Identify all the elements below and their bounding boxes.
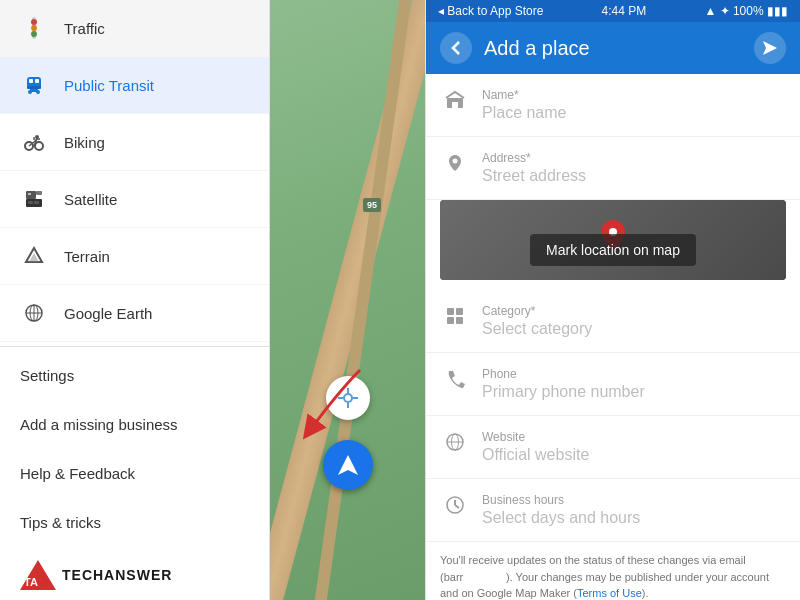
address-row: Address* Street address [426,137,800,200]
name-row: Name* Place name [426,74,800,137]
phone-field-container[interactable]: Phone Primary phone number [482,367,786,401]
svg-rect-44 [456,317,463,324]
svg-point-29 [344,394,352,402]
svg-text:TA: TA [24,576,38,588]
category-svg [445,306,465,326]
footer-text: You'll receive updates on the status of … [426,542,800,600]
svg-rect-19 [28,201,33,204]
name-field-container[interactable]: Name* Place name [482,88,786,122]
location-icon [336,386,360,410]
logo-text: TECHANSWER [62,567,172,583]
svg-point-12 [35,142,43,150]
website-icon [440,430,470,452]
menu-item-satellite[interactable]: Satellite [0,171,269,228]
settings-label: Settings [20,367,74,384]
website-row: Website Official website [426,416,800,479]
website-placeholder: Official website [482,446,786,464]
name-label: Name* [482,88,786,102]
techanswer-logo: TA TECHANSWER [20,560,172,590]
satellite-icon [20,185,48,213]
settings-item[interactable]: Settings [0,351,269,400]
transit-icon [20,71,48,99]
phone-svg [445,369,465,389]
category-label: Category* [482,304,786,318]
earth-icon [20,299,48,327]
left-menu-panel: Traffic Public Transit [0,0,270,600]
hours-label: Business hours [482,493,786,507]
traffic-icon [20,14,48,42]
map-sign: 95 [363,198,381,212]
send-button[interactable] [754,32,786,64]
mark-location-button[interactable]: Mark location on map [530,234,696,266]
category-icon [440,304,470,326]
svg-rect-20 [34,201,39,204]
hours-placeholder: Select days and hours [482,509,786,527]
back-to-appstore[interactable]: ◂ Back to App Store [438,4,543,18]
terrain-label: Terrain [64,248,110,265]
svg-rect-5 [29,79,33,83]
footer-message: You'll receive updates on the status of … [440,554,769,599]
map-preview[interactable]: Mark location on map [440,200,786,280]
terms-of-use-link[interactable]: Terms of Use [577,587,642,599]
svg-rect-3 [32,17,36,39]
svg-rect-6 [35,79,39,83]
send-icon [761,39,779,57]
clock-icon [440,493,470,515]
back-button[interactable] [440,32,472,64]
website-svg [445,432,465,452]
phone-label: Phone [482,367,786,381]
back-icon [447,39,465,57]
map-background: 95 [270,0,425,600]
name-placeholder: Place name [482,104,786,122]
phone-icon [440,367,470,389]
svg-rect-16 [36,191,42,195]
category-row: Category* Select category [426,290,800,353]
satellite-label: Satellite [64,191,117,208]
category-field-container[interactable]: Category* Select category [482,304,786,338]
hours-row: Business hours Select days and hours [426,479,800,542]
help-feedback-item[interactable]: Help & Feedback [0,449,269,498]
terrain-icon [20,242,48,270]
biking-label: Biking [64,134,105,151]
phone-header: Add a place [426,22,800,74]
form-content: Name* Place name Address* Street address [426,74,800,600]
add-missing-business-label: Add a missing business [20,416,178,433]
website-field-container[interactable]: Website Official website [482,430,786,464]
menu-item-traffic[interactable]: Traffic [0,0,269,57]
location-button[interactable] [326,376,370,420]
clock-svg [445,495,465,515]
svg-marker-34 [338,455,358,475]
google-earth-label: Google Earth [64,305,152,322]
page-title: Add a place [484,37,754,60]
website-label: Website [482,430,786,444]
store-icon [440,88,470,110]
menu-item-terrain[interactable]: Terrain [0,228,269,285]
map-road-main [270,0,425,600]
svg-line-50 [455,505,459,508]
pin-icon [440,151,470,173]
navigation-button[interactable] [323,440,373,490]
svg-rect-18 [28,193,31,195]
right-phone-panel: ◂ Back to App Store 4:44 PM ▲ ✦ 100% ▮▮▮… [425,0,800,600]
pin-svg [445,153,465,173]
tips-tricks-label: Tips & tricks [20,514,101,531]
menu-item-biking[interactable]: Biking [0,114,269,171]
svg-rect-43 [447,317,454,324]
menu-item-public-transit[interactable]: Public Transit [0,57,269,114]
address-field-container[interactable]: Address* Street address [482,151,786,185]
tips-tricks-item[interactable]: Tips & tricks [0,498,269,547]
svg-rect-10 [30,89,38,92]
svg-rect-42 [456,308,463,315]
nav-icon [335,452,361,478]
menu-item-google-earth[interactable]: Google Earth [0,285,269,342]
add-missing-business-item[interactable]: Add a missing business [0,400,269,449]
svg-marker-36 [763,41,777,55]
traffic-label: Traffic [64,20,105,37]
address-placeholder: Street address [482,167,786,185]
map-panel: 95 [270,0,425,600]
address-label: Address* [482,151,786,165]
logo-icon: TA [20,560,56,590]
hours-field-container[interactable]: Business hours Select days and hours [482,493,786,527]
store-svg [445,90,465,110]
phone-status-bar: ◂ Back to App Store 4:44 PM ▲ ✦ 100% ▮▮▮ [426,0,800,22]
